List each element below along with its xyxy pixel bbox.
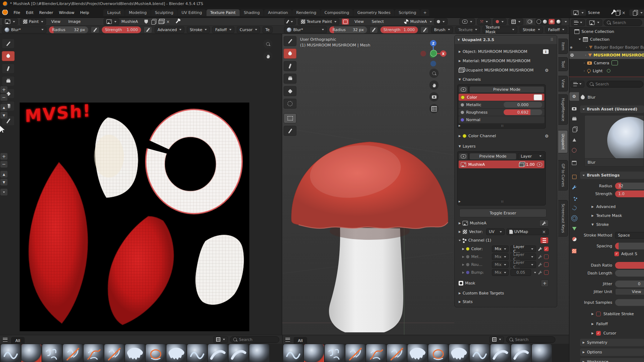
- channel-enable-checkbox[interactable]: [544, 262, 549, 267]
- image-editor-mode-dropdown[interactable]: Paint: [20, 18, 46, 25]
- image-radius-slider[interactable]: Radius 32 px: [49, 26, 88, 33]
- properties-filter-button[interactable]: [570, 81, 584, 88]
- scene-name[interactable]: Scene: [588, 10, 611, 15]
- viewport-menu-select[interactable]: Select: [369, 19, 387, 25]
- expand-icon[interactable]: ▶: [459, 124, 460, 127]
- properties-tab-modifiers[interactable]: [569, 183, 579, 192]
- cursor-popover[interactable]: Cursor: [237, 26, 260, 33]
- shading-wireframe-button[interactable]: [536, 19, 541, 24]
- radius-pressure-button[interactable]: [370, 26, 378, 33]
- channel-list-button[interactable]: [540, 237, 549, 244]
- blend-mode-dropdown[interactable]: Mix: [492, 246, 509, 252]
- falloff-popover[interactable]: Falloff: [212, 26, 234, 33]
- blend-mode-dropdown[interactable]: Mix: [492, 269, 509, 276]
- layer-move-down-button[interactable]: ▼: [0, 178, 8, 186]
- ucupaint-node-row[interactable]: Ucupaint MUSHROOM MUSHROOM ⚙: [459, 66, 549, 74]
- dash-ratio-slider[interactable]: [615, 262, 644, 269]
- properties-tab-object[interactable]: [569, 173, 579, 181]
- brush-thumbnail[interactable]: [1, 344, 21, 362]
- vector-mode-dropdown[interactable]: UV: [486, 228, 505, 235]
- tool-draw-button[interactable]: [284, 36, 296, 46]
- brush-thumbnail[interactable]: [449, 344, 469, 362]
- dash-length-slider[interactable]: [615, 270, 644, 277]
- blend-mode-dropdown[interactable]: Mix: [492, 253, 509, 260]
- channel-group-row[interactable]: Channel (1): [459, 237, 549, 244]
- properties-tab-texture[interactable]: [569, 247, 579, 255]
- search-input[interactable]: [595, 82, 640, 86]
- layer-extra-button[interactable]: [0, 188, 8, 196]
- outliner-row-mushroom[interactable]: › MUSHROOM MUSHROOM: [569, 51, 644, 59]
- channel-move-up-button[interactable]: ▲: [0, 104, 8, 111]
- layer-opacity[interactable]: 1.00: [526, 162, 535, 167]
- advanced-expander[interactable]: ▶Advanced: [579, 203, 644, 210]
- expand-icon[interactable]: ▶: [459, 200, 460, 203]
- brush-thumbnail[interactable]: [387, 344, 407, 362]
- shading-solid-button[interactable]: [543, 20, 547, 24]
- viewport-ortho-button[interactable]: [429, 104, 439, 113]
- workspace-panel-header[interactable]: ▶Workspace: [580, 358, 644, 362]
- stroke-popover[interactable]: Stroke: [520, 26, 543, 33]
- channel-remove-button[interactable]: −: [0, 94, 8, 101]
- strength-pressure-button[interactable]: [420, 26, 429, 33]
- workspace-tab-layout[interactable]: Layout: [103, 9, 124, 16]
- channel-enable-checkbox[interactable]: [544, 270, 549, 275]
- brush-thumbnail[interactable]: [84, 344, 104, 362]
- workspace-tab-sculpting[interactable]: Sculpting: [151, 9, 177, 16]
- tool-soften-button[interactable]: [2, 51, 15, 61]
- image-shelf-search[interactable]: [230, 336, 279, 343]
- slot-dropdown[interactable]: [434, 18, 448, 25]
- shelf-display-button[interactable]: [213, 336, 228, 343]
- workspace-tab-animation[interactable]: Animation: [264, 9, 292, 16]
- stabilize-stroke-checkbox[interactable]: [596, 312, 601, 316]
- pin-icon[interactable]: [611, 11, 614, 14]
- pack-image-icon[interactable]: [159, 20, 164, 24]
- spacing-slider[interactable]: [615, 243, 644, 249]
- viewport-strength-slider[interactable]: Strength 1.000: [380, 26, 418, 33]
- brush-thumbnail[interactable]: [125, 344, 145, 362]
- menu-render[interactable]: Render: [36, 10, 56, 16]
- strength-slider[interactable]: 1.0: [615, 190, 644, 197]
- falloff-popover-button[interactable]: [493, 18, 506, 25]
- brush-thumbnail[interactable]: [42, 344, 62, 362]
- tool-clone-button[interactable]: [284, 74, 296, 84]
- channel-enable-checkbox[interactable]: [544, 254, 549, 259]
- options-panel-header[interactable]: ▶Options: [580, 348, 644, 356]
- fake-user-icon[interactable]: [144, 20, 148, 24]
- viewport-zoom-button[interactable]: [429, 69, 439, 78]
- shelf-display-button[interactable]: [489, 336, 504, 343]
- properties-search[interactable]: [586, 81, 643, 88]
- ucupaint-panel-header[interactable]: ▼Ucupaint 2.3.5 ⠿: [455, 35, 557, 44]
- gear-icon[interactable]: ⚙: [545, 68, 549, 73]
- falloff-expander[interactable]: ▶Falloff: [579, 320, 644, 327]
- snapping-button[interactable]: ⤧: [477, 18, 491, 25]
- custom-bake-targets-row[interactable]: ▶Custom Bake Targets: [459, 289, 549, 297]
- sidebar-tab-item[interactable]: Item: [558, 39, 568, 54]
- adjust-spacing-checkbox[interactable]: ✓: [614, 252, 619, 256]
- viewport-radius-slider[interactable]: Radius 32 px: [329, 26, 367, 33]
- outliner-filter-button[interactable]: [571, 19, 585, 26]
- ucupaint-material-row[interactable]: ▶Material: MUSHROOM MUSHROOM: [459, 57, 549, 65]
- brush-thumbnail[interactable]: [208, 344, 228, 362]
- texture-mask-popover[interactable]: Texture Mask: [483, 26, 517, 33]
- wrench-icon[interactable]: [538, 247, 542, 251]
- search-input[interactable]: [239, 337, 276, 342]
- brush-thumbnail[interactable]: [166, 344, 186, 362]
- properties-tab-constraints[interactable]: [569, 214, 579, 223]
- gizmos-popover-button[interactable]: [509, 18, 523, 25]
- outliner-row-badger[interactable]: ● › Badger Badger Badger Ba: [569, 43, 644, 51]
- image-zoom-button[interactable]: [263, 39, 273, 49]
- channel-row-normal[interactable]: Normal: [459, 116, 544, 123]
- workspace-tab-texture-paint[interactable]: Texture Paint: [206, 9, 240, 16]
- outliner-row-camera[interactable]: › Camera: [569, 59, 644, 67]
- stroke-method-dropdown[interactable]: Space: [615, 232, 644, 239]
- viewport-menu-view[interactable]: View: [351, 19, 366, 25]
- cursor-checkbox[interactable]: ✓: [596, 331, 601, 336]
- uv-map-field[interactable]: UVMap ×: [506, 228, 549, 235]
- channel-row-color[interactable]: Color: [459, 94, 544, 101]
- stats-row[interactable]: ▶Stats: [459, 298, 549, 306]
- layer-move-up-button[interactable]: ▲: [0, 170, 8, 178]
- color-channel-row[interactable]: ▶ Color Channel ⚙: [459, 132, 549, 140]
- workspace-tab-modeling[interactable]: Modeling: [125, 9, 151, 16]
- properties-tab-view-layer[interactable]: [569, 125, 579, 134]
- properties-tab-render[interactable]: [569, 104, 579, 113]
